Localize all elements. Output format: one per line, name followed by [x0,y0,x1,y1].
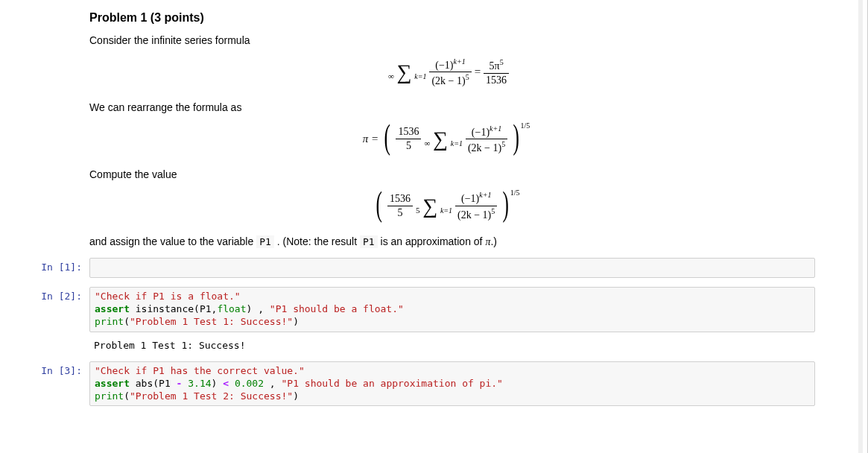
formula-1: ∞ ∑ k=1 (−1)k+1 (2k − 1)5 = 5π5 1536 [89,57,808,87]
code-cell-2-output: Problem 1 Test 1: Success! [34,337,815,352]
paragraph-4: and assign the value to the variable P1 … [89,235,808,250]
input-prompt: In [1]: [34,258,89,273]
problem-heading: Problem 1 (3 points) [89,11,808,25]
inline-code-p1: P1 [360,235,378,248]
code-input[interactable]: "Check if P1 is a float." assert isinsta… [89,287,815,332]
markdown-cell: Problem 1 (3 points) Consider the infini… [89,0,808,249]
code-input[interactable]: "Check if P1 has the correct value." ass… [89,361,815,407]
sum-upper: ∞ [388,72,394,80]
inline-code-p1: P1 [256,235,274,248]
formula-3: ( 1536 5 5 ∑ k=1 (−1)k+1 (2k − 1)5 ) [89,191,808,221]
formula-2: π = ( 1536 5 ∞ ∑ k=1 (−1)k+1 (2k − 1)5 [89,124,808,154]
paragraph-1: Consider the infinite series formula [89,34,808,48]
notebook-page: Problem 1 (3 points) Consider the infini… [0,0,868,453]
stdout: Problem 1 Test 1: Success! [89,337,815,352]
code-input[interactable] [89,258,815,278]
code-cell-2: In [2]: "Check if P1 is a float." assert… [34,287,815,332]
sigma-icon: ∑ [433,127,448,151]
paragraph-3: Compute the value [89,168,808,183]
input-prompt: In [3]: [34,361,89,376]
sum-lower: k=1 [414,72,426,80]
sigma-icon: ∑ [396,60,411,83]
sigma-icon: ∑ [422,194,437,218]
code-cell-3: In [3]: "Check if P1 has the correct val… [34,361,815,407]
input-prompt: In [2]: [34,287,89,302]
paragraph-2: We can rearrange the formula as [89,101,808,115]
code-cell-1: In [1]: [34,258,815,278]
output-prompt [34,337,89,340]
